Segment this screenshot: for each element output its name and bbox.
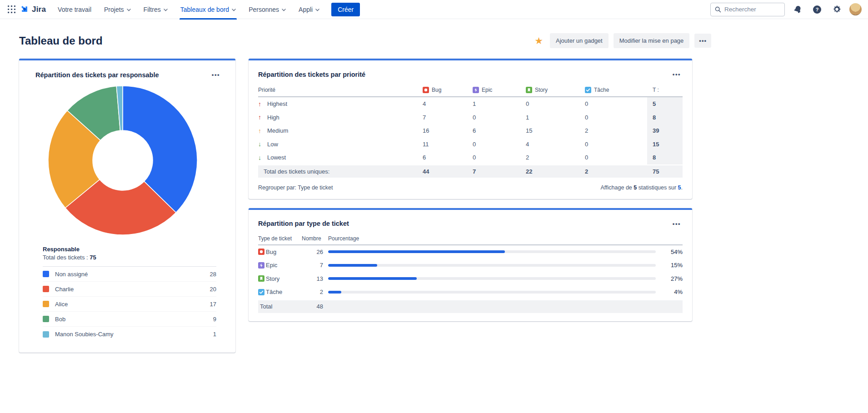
priority-name: Highest bbox=[267, 100, 287, 107]
type-percentage: 15% bbox=[661, 262, 683, 269]
percentage-bar-fill bbox=[328, 250, 505, 253]
priority-value: 4 bbox=[526, 138, 585, 151]
legend-title: Responsable bbox=[43, 246, 216, 253]
legend-total-label: Total des tickets : bbox=[43, 254, 88, 261]
notifications-icon[interactable] bbox=[791, 3, 804, 16]
priority-value: 11 bbox=[423, 138, 473, 151]
percentage-bar-track bbox=[328, 277, 656, 280]
priority-value: 7 bbox=[423, 111, 473, 124]
tache-icon bbox=[585, 87, 591, 93]
grid-icon bbox=[8, 5, 15, 13]
nav-item-projets[interactable]: Projets bbox=[98, 0, 137, 19]
col-label: Epic bbox=[482, 87, 492, 93]
total-row-value: 22 bbox=[526, 165, 585, 178]
type-cell: Tâche bbox=[258, 289, 297, 295]
nav-item-appli[interactable]: Appli bbox=[292, 0, 326, 19]
type-row-bug: Bug2654% bbox=[258, 245, 683, 259]
legend-item-charlie[interactable]: Charlie20 bbox=[43, 282, 216, 297]
gadget-type: Répartition par type de ticket ••• Type … bbox=[249, 208, 692, 321]
legend-swatch bbox=[43, 301, 49, 307]
priority-row-lowest: ↓Lowest60208 bbox=[258, 151, 683, 164]
jira-logo-text: Jira bbox=[32, 5, 46, 14]
legend-label: Non assigné bbox=[55, 271, 210, 278]
type-percentage: 54% bbox=[661, 249, 683, 255]
chevron-down-icon bbox=[282, 9, 286, 11]
total-row-value: 44 bbox=[423, 165, 473, 178]
priority-value: 0 bbox=[473, 151, 526, 164]
stats-text: Affichage de bbox=[601, 184, 634, 191]
type-count: 7 bbox=[302, 262, 323, 269]
legend-label: Charlie bbox=[55, 286, 210, 293]
question-icon: ? bbox=[813, 5, 822, 14]
nav-item-personnes[interactable]: Personnes bbox=[242, 0, 292, 19]
legend-item-alice[interactable]: Alice17 bbox=[43, 297, 216, 312]
legend-count: 17 bbox=[210, 301, 216, 308]
priority-value: 2 bbox=[526, 151, 585, 164]
help-icon[interactable]: ? bbox=[810, 3, 824, 16]
jira-logo[interactable]: Jira bbox=[20, 5, 46, 14]
priority-row-highest: ↑Highest41005 bbox=[258, 97, 683, 111]
gadget-more-icon[interactable]: ••• bbox=[671, 70, 683, 79]
priority-row-total: 39 bbox=[647, 124, 683, 138]
legend-count: 20 bbox=[210, 286, 216, 293]
col-label: Tâche bbox=[594, 87, 609, 93]
priority-value: 0 bbox=[473, 138, 526, 151]
priority-value: 0 bbox=[473, 111, 526, 124]
stats-total-link[interactable]: 5 bbox=[678, 184, 681, 191]
priority-total-row: Total des tickets uniques:44722275 bbox=[258, 165, 683, 178]
add-gadget-button[interactable]: Ajouter un gadget bbox=[550, 33, 609, 48]
search-input[interactable] bbox=[724, 6, 775, 13]
settings-icon[interactable] bbox=[830, 3, 843, 16]
total-row-label: Total des tickets uniques: bbox=[258, 165, 423, 178]
app-switcher-icon[interactable] bbox=[5, 3, 18, 16]
priority-name: Lowest bbox=[267, 154, 286, 161]
priority-row-low: ↓Low1104015 bbox=[258, 138, 683, 151]
type-total-row: Total 48 bbox=[258, 300, 683, 313]
legend-item-non-assigne[interactable]: Non assigné28 bbox=[43, 267, 216, 282]
nav-item-votre-travail[interactable]: Votre travail bbox=[51, 0, 98, 19]
priority-label: ↓Low bbox=[258, 138, 423, 151]
priority-value: 0 bbox=[585, 97, 647, 111]
legend-item-manon-soubies-camy[interactable]: Manon Soubies-Camy1 bbox=[43, 327, 216, 342]
type-row-tache: Tâche24% bbox=[258, 285, 683, 299]
gadget-more-icon[interactable]: ••• bbox=[210, 70, 222, 80]
col-percentage: Pourcentage bbox=[328, 235, 656, 244]
priority-label: ↓Lowest bbox=[258, 151, 423, 164]
header-more-button[interactable]: ••• bbox=[694, 34, 711, 48]
gear-icon bbox=[833, 5, 841, 14]
page-title: Tableau de bord bbox=[19, 35, 103, 47]
nav-item-filtres[interactable]: Filtres bbox=[137, 0, 174, 19]
nav-item-label: Personnes bbox=[249, 6, 279, 13]
legend-swatch bbox=[43, 271, 49, 277]
chevron-down-icon bbox=[315, 9, 319, 11]
bug-icon bbox=[258, 249, 264, 255]
priority-table: PrioritéBugEpicStoryTâcheT : ↑Highest410… bbox=[258, 87, 683, 178]
nav-item-label: Tableaux de bord bbox=[180, 6, 229, 13]
priority-row-total: 8 bbox=[647, 151, 683, 164]
legend-item-bob[interactable]: Bob9 bbox=[43, 312, 216, 327]
priority-col-priorite: Priorité bbox=[258, 87, 423, 96]
create-button[interactable]: Créer bbox=[331, 3, 360, 16]
nav-item-tableaux-de-bord[interactable]: Tableaux de bord bbox=[174, 0, 242, 19]
type-row-epic: Epic715% bbox=[258, 259, 683, 272]
priority-col-story: Story bbox=[526, 87, 585, 96]
type-name: Epic bbox=[266, 262, 277, 269]
donut-chart bbox=[46, 84, 199, 237]
user-avatar[interactable] bbox=[849, 3, 862, 15]
legend-swatch bbox=[43, 316, 49, 322]
col-label: Priorité bbox=[258, 87, 275, 93]
epic-icon bbox=[473, 87, 479, 93]
priority-label: ↑Medium bbox=[258, 124, 423, 138]
stats-text: . bbox=[681, 184, 683, 191]
priority-value: 1 bbox=[473, 97, 526, 111]
type-count: 2 bbox=[302, 289, 323, 295]
edit-layout-button[interactable]: Modifier la mise en page bbox=[614, 33, 690, 48]
percentage-bar-fill bbox=[328, 291, 341, 294]
legend-total: Total des tickets : 75 bbox=[43, 254, 216, 261]
priority-col-bug: Bug bbox=[423, 87, 473, 96]
gadget-priorite: Répartition des tickets par priorité •••… bbox=[249, 59, 692, 199]
legend-label: Bob bbox=[55, 316, 213, 323]
priority-row-total: 5 bbox=[647, 97, 683, 111]
favorite-star-icon[interactable]: ★ bbox=[533, 36, 545, 45]
gadget-more-icon[interactable]: ••• bbox=[671, 219, 683, 229]
